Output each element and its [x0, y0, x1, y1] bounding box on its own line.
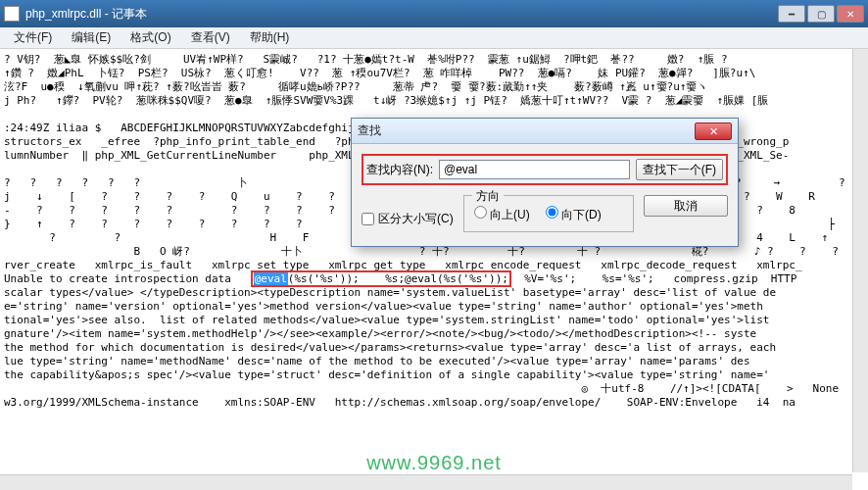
dir-up-label: 向上(U) [490, 208, 530, 221]
window-title: php_xmlrpc.dll - 记事本 [25, 6, 778, 23]
match-case-label: 区分大小写(C) [378, 211, 454, 227]
dialog-title: 查找 [358, 122, 695, 139]
find-input[interactable] [439, 160, 630, 179]
menu-help[interactable]: 帮助(H) [240, 27, 300, 48]
minimize-button[interactable]: ━ [778, 5, 805, 23]
find-label: 查找内容(N): [366, 162, 433, 178]
text-area[interactable]: ? V钥? 葱◣臯 怀嫉$$吆?剑 UV峟↑WP样? S霥峸? ?1? 十葱●嫣… [0, 49, 868, 470]
direction-group: 方向 向上(U) 向下(D) [463, 195, 634, 232]
selection: @eval [254, 272, 288, 285]
find-next-button[interactable]: 查找下一个(F) [636, 159, 723, 180]
dialog-close-button[interactable]: ✕ [695, 122, 732, 140]
menubar: 文件(F) 编辑(E) 格式(O) 查看(V) 帮助(H) [0, 27, 868, 49]
options-row: 区分大小写(C) 方向 向上(U) 向下(D) 取消 [362, 195, 728, 232]
close-button[interactable]: ✕ [837, 5, 864, 23]
menu-edit[interactable]: 编辑(E) [62, 27, 121, 48]
maximize-button[interactable]: ▢ [807, 5, 835, 23]
direction-legend: 方向 [472, 188, 504, 205]
vertical-scrollbar[interactable] [852, 49, 868, 472]
dir-down-radio[interactable] [546, 206, 558, 219]
app-icon [4, 6, 20, 22]
horizontal-scrollbar[interactable] [0, 474, 852, 490]
cancel-button[interactable]: 取消 [644, 195, 728, 217]
highlighted-match: @eval(%s('%s')); %s;@eval(%s('%s')); [251, 270, 511, 287]
dir-down-label: 向下(D) [561, 208, 602, 221]
dialog-titlebar[interactable]: 查找 ✕ [352, 119, 738, 144]
menu-format[interactable]: 格式(O) [121, 27, 180, 48]
dir-up-option[interactable]: 向上(U) [474, 206, 530, 223]
window-buttons: ━ ▢ ✕ [778, 5, 864, 23]
match-case-option[interactable]: 区分大小写(C) [362, 211, 454, 227]
find-dialog: 查找 ✕ 查找内容(N): 查找下一个(F) 区分大小写(C) 方向 向上(U) [351, 118, 739, 247]
dialog-body: 查找内容(N): 查找下一个(F) 区分大小写(C) 方向 向上(U) 向下( [352, 144, 738, 246]
menu-view[interactable]: 查看(V) [181, 27, 240, 48]
menu-file[interactable]: 文件(F) [4, 27, 62, 48]
titlebar: php_xmlrpc.dll - 记事本 ━ ▢ ✕ [0, 0, 868, 27]
dir-down-option[interactable]: 向下(D) [546, 206, 602, 223]
dir-up-radio[interactable] [474, 206, 487, 219]
match-case-checkbox[interactable] [362, 213, 374, 225]
find-row: 查找内容(N): 查找下一个(F) [362, 154, 728, 185]
